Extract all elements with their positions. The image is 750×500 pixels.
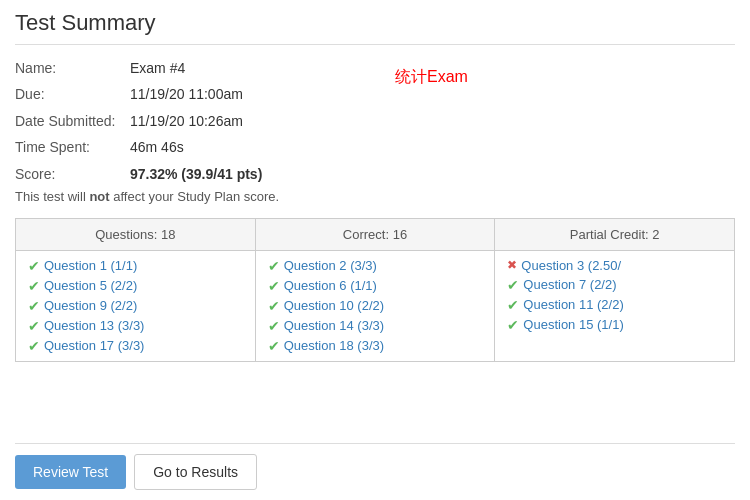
due-value: 11/19/20 11:00am <box>130 83 243 105</box>
list-item: ✔Question 6 (1/1) <box>268 276 483 296</box>
question-link[interactable]: Question 1 (1/1) <box>44 258 137 273</box>
due-label: Due: <box>15 83 130 105</box>
list-item: ✔Question 2 (3/3) <box>268 256 483 276</box>
score-row: Score: 97.32% (39.9/41 pts) <box>15 163 735 185</box>
col3-items: ✖Question 3 (2.50/✔Question 7 (2/2)✔Ques… <box>495 250 735 361</box>
due-row: Due: 11/19/20 11:00am <box>15 83 735 105</box>
name-label: Name: <box>15 57 130 79</box>
review-test-button[interactable]: Review Test <box>15 455 126 489</box>
question-link[interactable]: Question 15 (1/1) <box>523 317 623 332</box>
check-icon: ✔ <box>268 318 280 334</box>
col1-items: ✔Question 1 (1/1)✔Question 5 (2/2)✔Quest… <box>16 250 256 361</box>
list-item: ✔Question 1 (1/1) <box>28 256 243 276</box>
footer: Review Test Go to Results <box>15 443 735 490</box>
list-item: ✔Question 15 (1/1) <box>507 315 722 335</box>
time-row: Time Spent: 46m 46s <box>15 136 735 158</box>
questions-table: Questions: 18 Correct: 16 Partial Credit… <box>15 218 735 362</box>
time-value: 46m 46s <box>130 136 184 158</box>
question-link[interactable]: Question 14 (3/3) <box>284 318 384 333</box>
list-item: ✔Question 7 (2/2) <box>507 275 722 295</box>
check-icon: ✔ <box>268 278 280 294</box>
col1-header: Questions: 18 <box>16 218 256 250</box>
col2-header: Correct: 16 <box>255 218 495 250</box>
check-icon: ✔ <box>507 277 519 293</box>
question-link[interactable]: Question 10 (2/2) <box>284 298 384 313</box>
check-icon: ✔ <box>268 258 280 274</box>
col2-items: ✔Question 2 (3/3)✔Question 6 (1/1)✔Quest… <box>255 250 495 361</box>
col3-header: Partial Credit: 2 <box>495 218 735 250</box>
page-title: Test Summary <box>15 10 735 45</box>
check-icon: ✔ <box>507 297 519 313</box>
list-item: ✔Question 11 (2/2) <box>507 295 722 315</box>
list-item: ✔Question 9 (2/2) <box>28 296 243 316</box>
check-icon: ✔ <box>268 298 280 314</box>
table-row: ✔Question 1 (1/1)✔Question 5 (2/2)✔Quest… <box>16 250 735 361</box>
name-row: Name: Exam #4 <box>15 57 735 79</box>
partial-icon: ✖ <box>507 258 517 272</box>
go-to-results-button[interactable]: Go to Results <box>134 454 257 490</box>
list-item: ✔Question 17 (3/3) <box>28 336 243 356</box>
check-icon: ✔ <box>28 298 40 314</box>
check-icon: ✔ <box>507 317 519 333</box>
question-link[interactable]: Question 18 (3/3) <box>284 338 384 353</box>
info-section: 统计Exam Name: Exam #4 Due: 11/19/20 11:00… <box>15 57 735 204</box>
list-item: ✖Question 3 (2.50/ <box>507 256 722 275</box>
question-link[interactable]: Question 13 (3/3) <box>44 318 144 333</box>
question-link[interactable]: Question 17 (3/3) <box>44 338 144 353</box>
submitted-row: Date Submitted: 11/19/20 10:26am <box>15 110 735 132</box>
list-item: ✔Question 5 (2/2) <box>28 276 243 296</box>
question-link[interactable]: Question 7 (2/2) <box>523 277 616 292</box>
study-plan-note: This test will not affect your Study Pla… <box>15 189 735 204</box>
submitted-value: 11/19/20 10:26am <box>130 110 243 132</box>
submitted-label: Date Submitted: <box>15 110 130 132</box>
list-item: ✔Question 13 (3/3) <box>28 316 243 336</box>
check-icon: ✔ <box>28 258 40 274</box>
check-icon: ✔ <box>28 338 40 354</box>
question-link[interactable]: Question 5 (2/2) <box>44 278 137 293</box>
check-icon: ✔ <box>28 318 40 334</box>
question-link[interactable]: Question 2 (3/3) <box>284 258 377 273</box>
score-value: 97.32% (39.9/41 pts) <box>130 163 262 185</box>
question-link[interactable]: Question 9 (2/2) <box>44 298 137 313</box>
score-label: Score: <box>15 163 130 185</box>
question-link[interactable]: Question 6 (1/1) <box>284 278 377 293</box>
check-icon: ✔ <box>268 338 280 354</box>
question-link[interactable]: Question 3 (2.50/ <box>521 258 621 273</box>
list-item: ✔Question 14 (3/3) <box>268 316 483 336</box>
time-label: Time Spent: <box>15 136 130 158</box>
list-item: ✔Question 18 (3/3) <box>268 336 483 356</box>
question-link[interactable]: Question 11 (2/2) <box>523 297 623 312</box>
check-icon: ✔ <box>28 278 40 294</box>
list-item: ✔Question 10 (2/2) <box>268 296 483 316</box>
name-value: Exam #4 <box>130 57 185 79</box>
watermark-text: 统计Exam <box>395 67 468 88</box>
